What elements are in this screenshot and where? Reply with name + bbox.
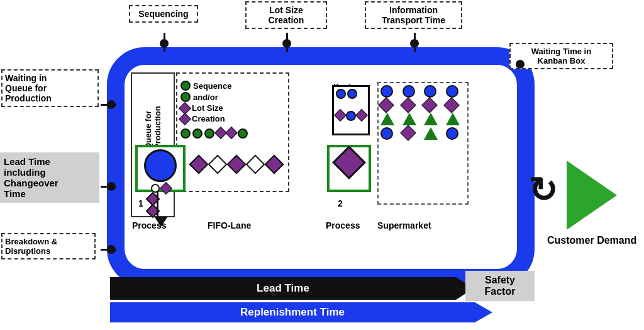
sm-g3 (424, 113, 438, 125)
process-1-num-label: 1 (138, 198, 143, 208)
lead-time-box: Lead TimeincludingChangeoverTime (0, 152, 99, 203)
sm-g1 (380, 113, 394, 125)
sequencing-label: Sequencing (138, 9, 188, 19)
andor-label: and/or (193, 93, 218, 102)
sd2 (225, 127, 238, 139)
breakdown-label: Breakdown &Disruptions (5, 237, 57, 256)
kanban-visual (332, 85, 370, 135)
seq-purple-diamond2 (179, 113, 191, 125)
seq-row-lot: Lot Size (180, 103, 285, 113)
fifo-d2 (208, 154, 227, 174)
lotsize-label: Lot SizeCreation (269, 5, 304, 25)
sm-b5 (380, 127, 393, 140)
queue-to-process-line (157, 192, 158, 217)
customer-demand-label: Customer Demand (547, 235, 636, 246)
info-dot (410, 39, 419, 48)
fifo-d4 (245, 154, 265, 174)
process-1-label: Process (132, 220, 166, 230)
fifo-d5 (264, 154, 284, 174)
replenishment-arrow: Replenishment Time (110, 302, 475, 322)
fifo-d3 (226, 154, 246, 174)
lot-dot (282, 39, 291, 48)
sm-p5 (400, 125, 416, 140)
fifo-area (192, 157, 281, 171)
seq-grid (180, 128, 285, 139)
info-transport-label: InformationTransport Time (382, 5, 445, 25)
safety-factor-label: SafetyFactor (485, 275, 516, 297)
kanban-waiting-dot (516, 60, 525, 69)
process-2-box (327, 145, 371, 192)
info-transport-box: InformationTransport Time (365, 1, 462, 29)
sm-b2 (402, 85, 415, 98)
process-1-box (135, 145, 186, 192)
fifo-label: FIFO-Lane (208, 220, 251, 230)
seq-lot-items: Sequence and/or Lot Size Creation (180, 81, 285, 123)
supermarket-area (377, 82, 469, 220)
supermarket-grid (380, 85, 465, 140)
waiting-queue-dot (107, 100, 116, 109)
safety-factor-box: SafetyFactor (465, 271, 535, 301)
lead-time-including-label: Lead TimeincludingChangeoverTime (4, 156, 58, 199)
kv-b1 (336, 89, 346, 99)
sg2 (192, 128, 203, 139)
process-1-bottom (138, 184, 183, 193)
seq-row-sequence: Sequence (180, 81, 285, 91)
sg4 (238, 128, 248, 139)
sg1 (180, 128, 191, 139)
lead-time-dot (107, 182, 116, 191)
kv-p2 (355, 109, 368, 122)
breakdown-dot (107, 245, 116, 254)
replenishment-text: Replenishment Time (240, 306, 345, 319)
sm-g2 (402, 113, 416, 125)
sm-p2 (400, 97, 416, 113)
seq-row-creation: Creation (180, 114, 285, 123)
process-2-diamond (332, 145, 366, 179)
seq-green-circle1 (180, 81, 191, 91)
seq-row-andor: and/or (180, 92, 285, 102)
supermarket-label: Supermarket (377, 220, 431, 230)
kv-b3 (346, 111, 356, 121)
sm-b6 (446, 127, 458, 140)
lead-time-arrow: Lead Time (110, 277, 456, 300)
sm-g4 (446, 113, 460, 125)
sm-p4 (443, 97, 459, 113)
customer-demand: Customer Demand (547, 161, 636, 246)
customer-demand-arrow (567, 161, 617, 230)
seq-label: Sequence (193, 81, 231, 91)
sm-p3 (421, 97, 437, 113)
lead-time-text: Lead Time (257, 282, 309, 295)
seq-green-circle2 (180, 92, 191, 102)
waiting-kanban-box: Waiting Time inKanban Box (509, 43, 613, 69)
sg3 (204, 128, 214, 139)
breakdown-box: Breakdown &Disruptions (1, 233, 96, 259)
sm-b3 (424, 85, 436, 98)
sequencing-box: Sequencing (129, 5, 198, 23)
sm-g5 (424, 127, 438, 140)
p1-small-circle (151, 184, 160, 193)
main-diagram: Sequencing Lot SizeCreation InformationT… (0, 0, 644, 330)
p1-small-diamond (160, 182, 172, 195)
seq-dot (160, 39, 169, 48)
sm-b1 (380, 85, 393, 98)
kv-b2 (347, 89, 357, 99)
lotsize-box: Lot SizeCreation (245, 1, 327, 29)
waiting-kanban-label: Waiting Time inKanban Box (531, 47, 591, 65)
process-1-circle (144, 149, 177, 182)
waiting-queue-label: Waiting inQueue forProduction (5, 73, 52, 103)
waiting-queue-box: Waiting inQueue forProduction (1, 69, 99, 107)
process-2-num-label: 2 (338, 198, 343, 208)
seq-lot-box: Sequence and/or Lot Size Creation (176, 72, 289, 192)
fifo-d1 (189, 154, 208, 174)
queue-production-label: Queue for Production (143, 77, 162, 149)
kv-p1 (334, 109, 347, 122)
sm-p1 (378, 97, 394, 113)
creation-label: Creation (192, 114, 225, 123)
sm-b4 (446, 85, 458, 98)
lot-label: Lot Size (192, 103, 223, 113)
process-2-label: Process (326, 220, 360, 230)
